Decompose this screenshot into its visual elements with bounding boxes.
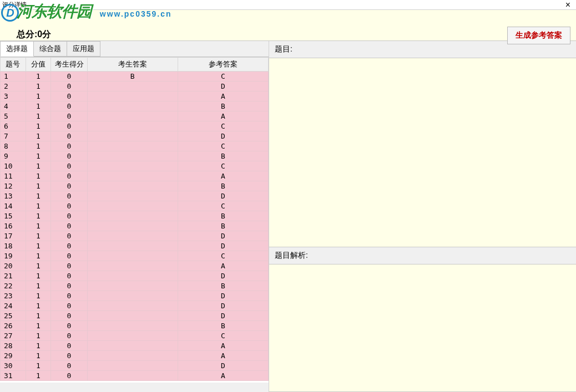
cell-score: 0 <box>51 351 87 361</box>
cell-val: 1 <box>26 261 51 271</box>
column-header[interactable]: 参考答案 <box>178 58 268 72</box>
cell-score: 0 <box>51 141 87 151</box>
cell-ref: A <box>178 371 268 381</box>
cell-ans <box>87 111 178 121</box>
table-row[interactable]: 2010A <box>1 261 269 271</box>
cell-score: 0 <box>51 91 87 101</box>
cell-val: 1 <box>26 351 51 361</box>
cell-num: 11 <box>1 171 26 181</box>
table-row[interactable]: 1610B <box>1 221 269 231</box>
table-row[interactable]: 2510D <box>1 311 269 321</box>
cell-num: 9 <box>1 151 26 161</box>
tab-1[interactable]: 综合题 <box>33 41 67 57</box>
cell-score: 0 <box>51 311 87 321</box>
cell-score: 0 <box>51 301 87 311</box>
column-header[interactable]: 考生得分 <box>51 58 87 72</box>
cell-ans <box>87 191 178 201</box>
table-row[interactable]: 610C <box>1 121 269 131</box>
cell-ans <box>87 371 178 381</box>
cell-ref: B <box>178 221 268 231</box>
cell-ref: D <box>178 131 268 141</box>
cell-num: 2 <box>1 82 26 91</box>
table-row[interactable]: 2610B <box>1 321 269 331</box>
table-row[interactable]: 410B <box>1 101 269 111</box>
table-row[interactable]: 3010D <box>1 361 269 371</box>
cell-ref: D <box>178 291 268 301</box>
cell-num: 21 <box>1 271 26 281</box>
tab-0[interactable]: 选择题 <box>0 41 34 57</box>
cell-val: 1 <box>26 181 51 191</box>
title-bar: 评分详情 × <box>0 0 576 10</box>
table-row[interactable]: 2410D <box>1 301 269 311</box>
cell-num: 5 <box>1 111 26 121</box>
column-header[interactable]: 考生答案 <box>87 58 178 72</box>
table-row[interactable]: 2310D <box>1 291 269 301</box>
table-row[interactable]: 3110A <box>1 371 269 381</box>
table-row[interactable]: 1410C <box>1 201 269 211</box>
table-row[interactable]: 310A <box>1 91 269 101</box>
table-row[interactable]: 510A <box>1 111 269 121</box>
cell-num: 29 <box>1 351 26 361</box>
cell-score: 0 <box>51 361 87 371</box>
cell-ref: C <box>178 161 268 171</box>
table-row[interactable]: 1310D <box>1 191 269 201</box>
table-row[interactable]: 1810D <box>1 241 269 251</box>
cell-ref: B <box>178 321 268 331</box>
cell-ref: B <box>178 101 268 111</box>
cell-score: 0 <box>51 251 87 261</box>
cell-num: 31 <box>1 371 26 381</box>
horizontal-scrollbar[interactable] <box>0 383 269 392</box>
cell-val: 1 <box>26 361 51 371</box>
question-section: 题目: <box>269 41 576 247</box>
table-row[interactable]: 2210B <box>1 281 269 291</box>
cell-ans <box>87 281 178 291</box>
tab-2[interactable]: 应用题 <box>67 41 100 57</box>
cell-val: 1 <box>26 171 51 181</box>
cell-val: 1 <box>26 371 51 381</box>
cell-val: 1 <box>26 111 51 121</box>
cell-ans <box>87 161 178 171</box>
main-area: 选择题综合题应用题 题号分值考生得分考生答案参考答案 110BC210D310A… <box>0 41 576 392</box>
table-row[interactable]: 1010C <box>1 161 269 171</box>
table-row[interactable]: 2810A <box>1 341 269 351</box>
cell-val: 1 <box>26 211 51 221</box>
table-row[interactable]: 1510B <box>1 211 269 221</box>
table-row[interactable]: 1710D <box>1 231 269 241</box>
generate-answers-button[interactable]: 生成参考答案 <box>507 27 570 44</box>
cell-score: 0 <box>51 201 87 211</box>
cell-val: 1 <box>26 241 51 251</box>
table-row[interactable]: 2110D <box>1 271 269 281</box>
cell-ref: D <box>178 311 268 321</box>
cell-ans <box>87 141 178 151</box>
table-row[interactable]: 210D <box>1 82 269 91</box>
cell-ans <box>87 351 178 361</box>
table-row[interactable]: 2910A <box>1 351 269 361</box>
cell-score: 0 <box>51 241 87 251</box>
close-icon[interactable]: × <box>562 0 574 10</box>
cell-num: 19 <box>1 251 26 261</box>
cell-score: 0 <box>51 231 87 241</box>
table-row[interactable]: 1910C <box>1 251 269 261</box>
table-row[interactable]: 2710C <box>1 331 269 341</box>
answers-table-wrap[interactable]: 题号分值考生得分考生答案参考答案 110BC210D310A410B510A61… <box>0 57 269 383</box>
cell-ref: C <box>178 72 268 82</box>
cell-ans <box>87 361 178 371</box>
cell-score: 0 <box>51 121 87 131</box>
cell-ref: D <box>178 241 268 251</box>
cell-num: 7 <box>1 131 26 141</box>
table-row[interactable]: 110BC <box>1 72 269 82</box>
table-row[interactable]: 1210B <box>1 181 269 191</box>
cell-val: 1 <box>26 311 51 321</box>
cell-ref: D <box>178 82 268 91</box>
table-row[interactable]: 710D <box>1 131 269 141</box>
cell-score: 0 <box>51 271 87 281</box>
answers-table: 题号分值考生得分考生答案参考答案 110BC210D310A410B510A61… <box>0 57 269 381</box>
column-header[interactable]: 题号 <box>1 58 26 72</box>
cell-val: 1 <box>26 321 51 331</box>
table-row[interactable]: 810C <box>1 141 269 151</box>
table-row[interactable]: 1110A <box>1 171 269 181</box>
column-header[interactable]: 分值 <box>26 58 51 72</box>
cell-num: 26 <box>1 321 26 331</box>
cell-ref: B <box>178 281 268 291</box>
table-row[interactable]: 910B <box>1 151 269 161</box>
